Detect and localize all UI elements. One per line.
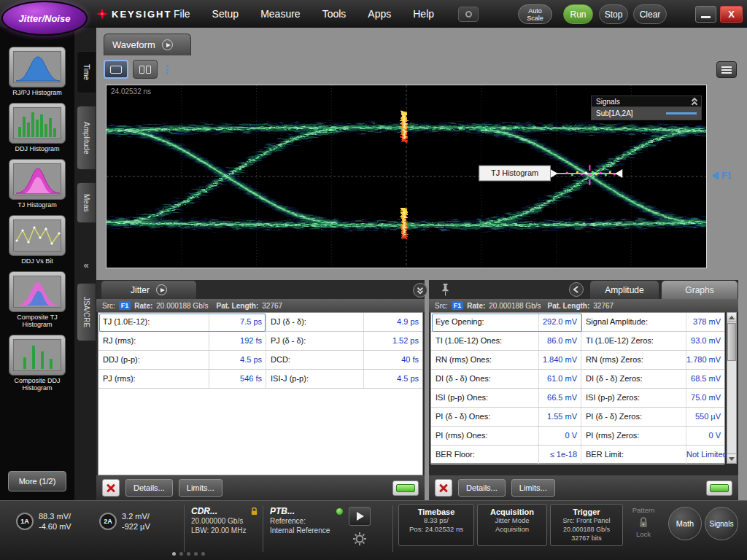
cdr-loop-bandwidth: LBW: 20.00 MHz [191,526,258,535]
tab-graphs[interactable]: Graphs [661,280,738,299]
math-button[interactable]: Math [668,507,702,540]
sidebar-collapse-button[interactable]: « [79,257,93,273]
measurement-label[interactable]: RJ (rms): [98,332,209,350]
amplitude-table-scrollbar[interactable] [727,312,737,464]
measurement-label[interactable]: Signal Amplitude: [581,313,686,331]
eye-diagram-plot[interactable]: 24.02532 ns [106,85,707,268]
display-options-icon[interactable] [166,65,169,74]
menu-setup[interactable]: Setup [212,8,239,20]
measurement-label[interactable]: RN (rms) Zeros: [581,351,686,369]
settings-gear-button[interactable] [352,532,367,546]
stop-button[interactable]: Stop [599,4,628,24]
statusbar-play-button[interactable] [349,507,371,526]
limits-button[interactable]: Limits... [179,479,222,497]
measurement-label[interactable]: PI (δ - δ) Ones: [431,408,539,426]
tab-waveform[interactable]: Waveform [104,34,191,55]
play-icon [357,512,364,521]
limits-button[interactable]: Limits... [511,479,555,497]
cdr-control[interactable]: CDR... 20.000000 Gb/s LBW: 20.00 MHz [191,506,258,535]
clear-results-button[interactable] [435,479,452,497]
details-button[interactable]: Details... [458,479,506,497]
status-led-indicator[interactable] [392,481,419,496]
waveform-menu-button[interactable] [716,61,737,78]
tab-time[interactable]: Time [77,51,96,93]
amplitude-histogram-markers[interactable] [401,112,407,239]
src-badge[interactable]: F1 [119,301,131,310]
clear-button[interactable]: Clear [633,4,667,24]
single-display-button[interactable] [104,60,128,79]
measurement-label[interactable]: BER Floor: [431,446,539,464]
panel-collapse-button[interactable] [413,283,427,298]
measurement-label[interactable]: PJ (δ - δ): [266,332,364,350]
minimize-button[interactable] [695,6,716,23]
f1-source-marker[interactable]: F1 [712,171,732,181]
measurement-label[interactable]: PI (δ - δ) Zeros: [581,408,686,426]
tab-meas[interactable]: Meas [77,182,96,223]
measurement-label[interactable]: DI (δ - δ) Zeros: [581,370,686,388]
pattern-lock-control[interactable]: Pattern Lock [626,504,661,546]
tab-jsa-cre[interactable]: JSA/CRE [77,283,96,341]
measurement-label[interactable]: PJ (rms): [98,370,209,388]
pin-icon[interactable] [441,283,450,296]
status-led-indicator[interactable] [706,481,732,496]
tab-amplitude[interactable]: Amplitude [77,106,96,170]
measurement-label[interactable]: DI (δ - δ) Ones: [431,370,539,388]
scroll-down-button[interactable] [727,454,736,463]
menu-help[interactable]: Help [413,8,434,20]
menu-apps[interactable]: Apps [368,8,391,20]
measurement-label[interactable]: TJ (1.0E-12): [98,313,209,331]
menu-tools[interactable]: Tools [322,8,347,20]
tab-amplitude-results[interactable]: Amplitude [589,280,659,299]
sidebar-item-ddj-vs-bit[interactable]: DDJ Vs Bit [4,215,70,265]
sidebar-item-tj-histogram[interactable]: TJ Histogram [4,159,70,209]
measurement-label[interactable]: Eye Opening: [431,313,539,331]
src-badge[interactable]: F1 [452,301,464,310]
legend-collapse-icon[interactable] [692,96,697,106]
screenshot-camera-button[interactable] [458,7,479,22]
scroll-up-button[interactable] [727,313,736,322]
menu-measure[interactable]: Measure [260,8,300,20]
sidebar-item-rjpj-histogram[interactable]: RJ/PJ Histogram [4,47,70,96]
measurement-label[interactable]: DJ (δ - δ): [266,313,364,331]
details-button[interactable]: Details... [125,479,173,497]
measurement-label[interactable]: ISI (p-p) Ones: [431,389,539,407]
signals-button[interactable]: Signals [705,507,738,540]
single-display-icon [110,66,122,74]
auto-scale-button[interactable]: Auto Scale [518,4,552,24]
signals-legend[interactable]: Signals Sub[1A,2A] [591,96,702,120]
measurement-label[interactable]: DDJ (p-p): [98,351,209,369]
menu-file[interactable]: File [174,8,190,20]
measurement-label[interactable]: ISI (p-p) Zeros: [581,389,686,407]
sidebar-item-label: DDJ Vs Bit [4,257,70,265]
measurement-label[interactable]: PI (rms) Zeros: [581,427,686,445]
trigger-control[interactable]: Trigger Src: Front Panel 20.000188 Gb/s … [550,504,623,546]
measurement-value: 4.5 ps [209,351,266,369]
measurement-label[interactable]: PI (rms) Ones: [431,427,539,445]
timebase-control[interactable]: Timebase 8.33 ps/ Pos: 24.02532 ns [398,504,474,546]
split-display-button[interactable] [133,60,158,79]
measurement-label[interactable]: BER Limit: [581,446,686,464]
acquisition-control[interactable]: Acquisition Jitter Mode Acquisition [477,504,547,546]
measurement-label[interactable]: TI (1.0E-12) Ones: [431,332,539,350]
sidebar-item-composite-ddj-histogram[interactable]: Composite DDJ Histogram [4,335,70,392]
trigger-bits: 32767 bits [551,534,622,542]
sidebar-item-ddj-histogram[interactable]: DDJ Histogram [4,103,70,152]
more-graphs-button[interactable]: More (1/2) [8,471,66,491]
ptb-control[interactable]: PTB... Reference: Internal Reference [270,506,343,535]
scrollbar-thumb[interactable] [727,323,736,361]
measurement-label[interactable]: RN (rms) Ones: [431,351,539,369]
close-button[interactable]: X [720,6,743,23]
measurement-label[interactable]: DCD: [266,351,364,369]
sidebar-item-composite-tj-histogram[interactable]: Composite TJ Histogram [4,271,70,328]
tab-jitter[interactable]: Jitter [101,280,197,299]
measurement-label[interactable]: TI (1.0E-12) Zeros: [581,332,686,350]
run-button[interactable]: Run [563,4,593,24]
channel-1a-control[interactable]: 1A 88.3 mV/ -4.60 mV [16,511,71,532]
cdr-rate: 20.000000 Gb/s [191,516,258,526]
channel-2a-control[interactable]: 2A 3.2 mV/ -922 µV [99,511,150,532]
panel-back-button[interactable] [569,282,584,297]
ptb-reference-value: Internal Reference [270,526,343,535]
measurement-label[interactable]: ISI-J (p-p): [266,370,364,388]
clear-results-button[interactable] [102,479,120,497]
page-indicator-dots[interactable] [172,552,205,556]
